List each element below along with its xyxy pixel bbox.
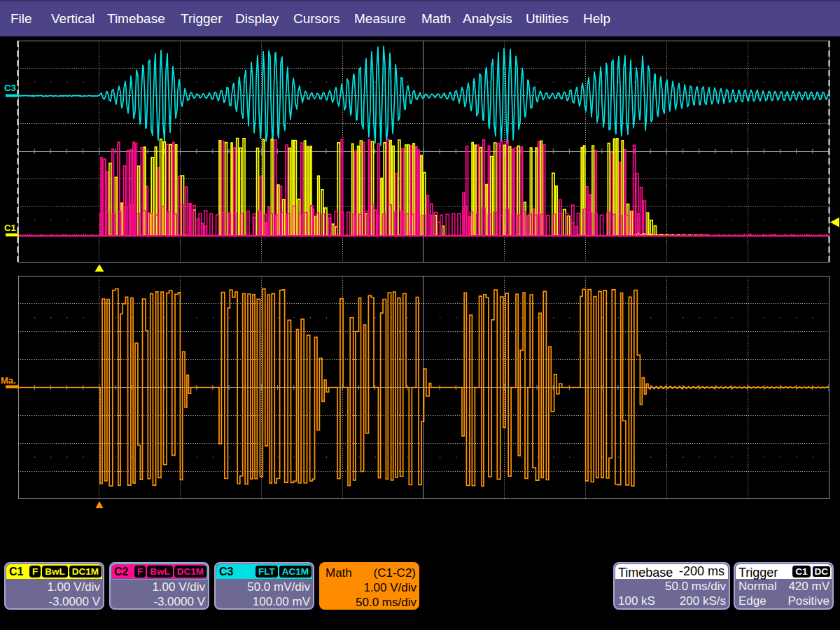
svg-text:Ma.: Ma. (1, 375, 16, 386)
svg-text:C3: C3 (4, 83, 16, 93)
svg-text:C1: C1 (4, 223, 16, 233)
